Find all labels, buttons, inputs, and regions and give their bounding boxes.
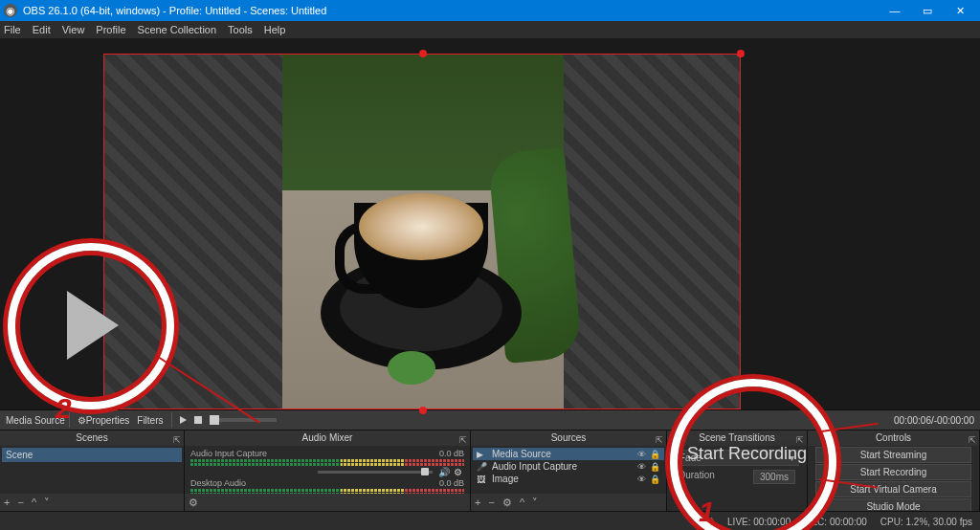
status-cpu: CPU: 1.2%, 30.00 fps xyxy=(880,517,972,527)
mixer-track: Audio Input Capture0.0 dB🔊⚙ xyxy=(190,449,464,477)
lock-toggle[interactable]: 🔒 xyxy=(650,462,660,472)
panel-header-audio[interactable]: Audio Mixer⇱ xyxy=(185,431,470,446)
source-row[interactable]: 🖼Image👁🔒 xyxy=(473,473,664,485)
visibility-toggle[interactable]: 👁 xyxy=(637,462,646,472)
menu-help[interactable]: Help xyxy=(264,24,286,35)
scene-up-button[interactable]: ^ xyxy=(32,497,36,508)
window-title: OBS 26.1.0 (64-bit, windows) - Profile: … xyxy=(23,5,326,16)
track-name: Desktop Audio xyxy=(190,478,246,488)
preview-area[interactable] xyxy=(0,38,980,409)
source-down-button[interactable]: ˅ xyxy=(532,497,538,509)
sources-toolbar: + − ⚙ ^ ˅ xyxy=(471,494,666,511)
audio-meter xyxy=(190,459,464,462)
add-source-button[interactable]: + xyxy=(475,497,480,508)
selection-handle[interactable] xyxy=(419,50,427,57)
audio-toolbar: ⚙ xyxy=(185,494,470,511)
panel-header-scenes[interactable]: Scenes⇱ xyxy=(0,431,184,446)
source-name: Audio Input Capture xyxy=(492,461,577,472)
media-time-total: -00:00:00 xyxy=(934,415,974,426)
panel-scenes: Scenes⇱ Scene + − ^ ˅ xyxy=(0,431,185,511)
play-button[interactable] xyxy=(180,416,187,424)
transition-duration-input[interactable]: 300ms xyxy=(753,470,795,484)
scenes-toolbar: + − ^ ˅ xyxy=(0,494,184,511)
volume-slider[interactable] xyxy=(318,471,433,474)
source-type-icon: 🖼 xyxy=(477,475,488,484)
menu-bar: File Edit View Profile Scene Collection … xyxy=(0,21,980,38)
source-up-button[interactable]: ^ xyxy=(520,497,524,508)
panel-audio-mixer: Audio Mixer⇱ Audio Input Capture0.0 dB🔊⚙… xyxy=(185,431,471,511)
remove-scene-button[interactable]: − xyxy=(17,497,23,508)
scene-down-button[interactable]: ˅ xyxy=(44,497,50,509)
menu-scene-collection[interactable]: Scene Collection xyxy=(138,24,217,35)
media-control-bar: Media Source ⚙Properties Filters 00:00:0… xyxy=(0,409,980,430)
status-bar: (●) LIVE: 00:00:00 REC: 00:00:00 CPU: 1.… xyxy=(0,511,980,530)
maximize-button[interactable]: ▭ xyxy=(911,0,944,21)
gear-icon: ⚙ xyxy=(78,415,86,426)
popout-icon[interactable]: ⇱ xyxy=(173,432,181,448)
menu-view[interactable]: View xyxy=(62,24,85,35)
source-row[interactable]: ▶Media Source👁🔒 xyxy=(473,448,664,460)
dock-panels: Scenes⇱ Scene + − ^ ˅ Audio Mixer⇱ Audio… xyxy=(0,430,980,511)
audio-meter xyxy=(190,489,464,492)
popout-icon[interactable]: ⇱ xyxy=(969,432,976,448)
visibility-toggle[interactable]: 👁 xyxy=(637,450,646,459)
transition-duration-row: Duration 300ms xyxy=(675,468,799,486)
audio-meter xyxy=(190,493,464,494)
remove-source-button[interactable]: − xyxy=(488,497,494,508)
popout-icon[interactable]: ⇱ xyxy=(796,432,804,448)
stop-button[interactable] xyxy=(194,416,202,424)
mixer-track: Desktop Audio0.0 dB🔊⚙ xyxy=(190,478,464,494)
menu-file[interactable]: File xyxy=(4,24,21,35)
transition-select[interactable]: Fade▾ xyxy=(675,450,799,466)
window-titlebar: ◉ OBS 26.1.0 (64-bit, windows) - Profile… xyxy=(0,0,980,21)
properties-button[interactable]: ⚙Properties xyxy=(74,415,134,426)
media-time-current: 00:00:06 xyxy=(894,415,931,426)
track-name: Audio Input Capture xyxy=(190,449,267,458)
track-db: 0.0 dB xyxy=(439,478,464,488)
control-start-recording[interactable]: Start Recording xyxy=(815,464,971,480)
selection-handle[interactable] xyxy=(737,50,745,57)
menu-edit[interactable]: Edit xyxy=(33,24,51,35)
audio-meter xyxy=(190,463,464,466)
menu-profile[interactable]: Profile xyxy=(96,24,125,35)
seek-bar[interactable] xyxy=(210,418,277,422)
source-name: Image xyxy=(492,474,519,484)
panel-sources: Sources⇱ ▶Media Source👁🔒🎤Audio Input Cap… xyxy=(471,431,667,511)
video-frame-coffee xyxy=(282,55,564,409)
panel-transitions: Scene Transitions⇱ Fade▾ Duration 300ms xyxy=(667,431,808,511)
minimize-button[interactable]: — xyxy=(879,0,911,21)
menu-tools[interactable]: Tools xyxy=(228,24,253,35)
source-row[interactable]: 🎤Audio Input Capture👁🔒 xyxy=(473,460,664,473)
panel-header-controls[interactable]: Controls⇱ xyxy=(808,431,979,446)
source-name: Media Source xyxy=(492,449,551,459)
track-settings-button[interactable]: ⚙ xyxy=(454,467,462,477)
out-of-bounds-right xyxy=(562,55,740,409)
popout-icon[interactable]: ⇱ xyxy=(459,432,467,448)
scene-item[interactable]: Scene xyxy=(2,448,182,462)
panel-controls: Controls⇱ Start StreamingStart Recording… xyxy=(808,431,980,511)
lock-toggle[interactable]: 🔒 xyxy=(650,475,660,484)
audio-settings-button[interactable]: ⚙ xyxy=(189,497,198,509)
signal-icon: (●) xyxy=(702,517,714,527)
preview-canvas[interactable] xyxy=(103,54,741,409)
close-button[interactable]: ✕ xyxy=(944,0,976,21)
chevron-down-icon: ▾ xyxy=(790,453,794,463)
control-studio-mode[interactable]: Studio Mode xyxy=(815,498,971,511)
app-icon: ◉ xyxy=(4,4,17,17)
status-rec: REC: 00:00:00 xyxy=(804,517,867,527)
control-start-streaming[interactable]: Start Streaming xyxy=(815,447,971,463)
panel-header-sources[interactable]: Sources⇱ xyxy=(471,431,666,446)
control-start-virtual-camera[interactable]: Start Virtual Camera xyxy=(815,481,971,497)
source-settings-button[interactable]: ⚙ xyxy=(502,497,512,509)
popout-icon[interactable]: ⇱ xyxy=(656,432,663,448)
add-scene-button[interactable]: + xyxy=(4,497,10,508)
status-live: LIVE: 00:00:00 xyxy=(727,517,791,527)
visibility-toggle[interactable]: 👁 xyxy=(637,475,646,484)
source-type-icon: ▶ xyxy=(477,450,488,459)
panel-header-transitions[interactable]: Scene Transitions⇱ xyxy=(667,431,807,446)
filters-button[interactable]: Filters xyxy=(133,415,167,426)
lock-toggle[interactable]: 🔒 xyxy=(650,450,660,459)
mute-button[interactable]: 🔊 xyxy=(438,467,450,477)
selection-handle[interactable] xyxy=(419,407,427,414)
out-of-bounds-left xyxy=(104,55,282,409)
